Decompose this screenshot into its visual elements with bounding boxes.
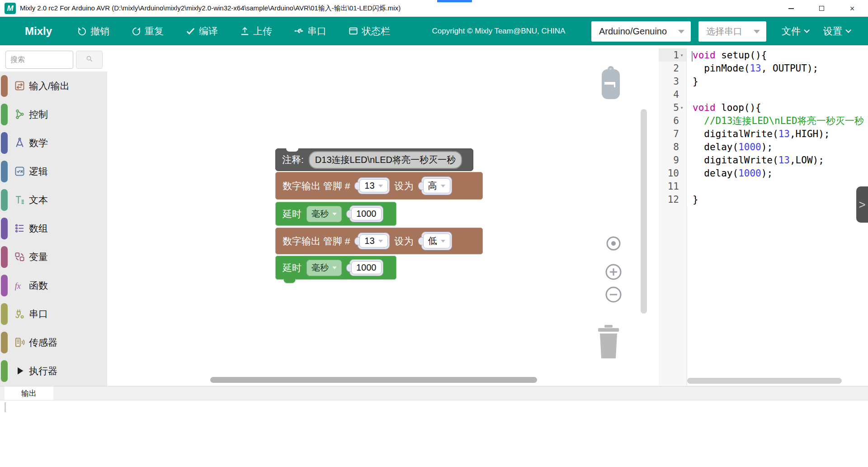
- code-text: void loop(){: [687, 102, 761, 113]
- sidebar-item-function[interactable]: fx函数: [0, 271, 107, 300]
- compile-label: 编译: [199, 25, 218, 38]
- copyright-text: Copyright © Mixly Team@BNU, CHINA: [426, 27, 571, 36]
- redo-button[interactable]: 重复: [131, 25, 164, 38]
- delay-label: 延时: [283, 208, 302, 220]
- delay-value-text: 1000: [356, 209, 377, 219]
- block-notch: [286, 148, 298, 152]
- sidebar-item-actuator[interactable]: 执行器: [0, 357, 107, 385]
- maximize-button[interactable]: [811, 0, 832, 17]
- value-dropdown[interactable]: 高: [423, 178, 450, 193]
- pin-dropdown[interactable]: 13: [359, 234, 387, 248]
- code-editor[interactable]: 1▾void setup(){2 pinMode(13, OUTPUT);3}4…: [659, 45, 868, 386]
- digital-write-block-low[interactable]: 数字输出 管脚 # 13 设为 低: [275, 228, 483, 254]
- statusbar-button[interactable]: 状态栏: [348, 25, 390, 38]
- chevron-down-icon: [378, 240, 383, 243]
- output-panel: [0, 400, 868, 467]
- backpack-icon[interactable]: [598, 62, 624, 106]
- sidebar-item-math[interactable]: 数学: [0, 129, 107, 157]
- compile-button[interactable]: 编译: [185, 25, 218, 38]
- category-color-strip: [1, 360, 8, 382]
- comment-text-field[interactable]: D13连接LED\nLED将亮一秒灭一秒: [309, 151, 462, 169]
- value-socket: 高: [421, 176, 452, 195]
- usb-icon: [294, 26, 304, 36]
- sidebar-item-io[interactable]: 输入/输出: [0, 71, 107, 100]
- fold-arrow-icon[interactable]: ▾: [679, 105, 684, 111]
- line-number: 6: [659, 114, 687, 127]
- line-number: 7: [659, 127, 687, 140]
- sidebar-item-label: 数学: [29, 137, 48, 149]
- delay-value-text: 1000: [356, 262, 377, 273]
- title-activity-strip: [437, 0, 472, 2]
- expand-panel-button[interactable]: >: [856, 186, 868, 223]
- sidebar-item-array[interactable]: 数组: [0, 214, 107, 243]
- category-color-strip: [1, 104, 8, 125]
- code-text: }: [687, 194, 698, 205]
- close-button[interactable]: ×: [842, 0, 863, 17]
- control-icon: [14, 108, 26, 120]
- delay-value-field[interactable]: 1000: [351, 207, 382, 220]
- line-number: 12: [659, 193, 687, 206]
- delay-block-1[interactable]: 延时 毫秒 1000: [275, 202, 396, 226]
- menu-file[interactable]: 文件: [782, 17, 808, 45]
- chevron-down-icon: [678, 30, 684, 33]
- upload-button[interactable]: 上传: [240, 25, 272, 38]
- delay-block-2[interactable]: 延时 毫秒 1000: [275, 256, 396, 280]
- minimize-button[interactable]: [781, 0, 802, 17]
- sidebar-item-control[interactable]: 控制: [0, 100, 107, 129]
- code-line: 2 pinMode(13, OUTPUT);: [659, 62, 868, 75]
- chevron-down-icon: [845, 27, 851, 33]
- code-horizontal-scrollbar[interactable]: [687, 378, 842, 384]
- output-tabbar: 输出: [0, 386, 868, 400]
- delay-unit-dropdown[interactable]: 毫秒: [307, 206, 342, 222]
- svg-text:fx: fx: [15, 281, 21, 291]
- statusbar-icon: [348, 26, 359, 36]
- delay-value-socket: 1000: [349, 259, 383, 276]
- menu-settings[interactable]: 设置: [823, 17, 849, 45]
- main-toolbar: Mixly 撤销重复编译上传串口状态栏 Copyright © Mixly Te…: [0, 17, 868, 45]
- trash-icon[interactable]: [595, 325, 622, 358]
- sidebar-item-text[interactable]: 文本: [0, 186, 107, 214]
- chevron-down-icon: [804, 27, 810, 33]
- delay-unit-dropdown[interactable]: 毫秒: [307, 260, 342, 276]
- line-number: 9: [659, 153, 687, 167]
- delay-value-field[interactable]: 1000: [351, 261, 382, 274]
- fold-arrow-icon[interactable]: ▾: [679, 52, 684, 58]
- serial-button[interactable]: 串口: [294, 25, 326, 38]
- sidebar-item-label: 控制: [29, 108, 48, 121]
- comment-block[interactable]: 注释: D13连接LED\nLED将亮一秒灭一秒: [275, 148, 473, 171]
- io-icon: [14, 80, 26, 92]
- undo-button[interactable]: 撤销: [77, 25, 109, 38]
- value-dropdown[interactable]: 低: [423, 234, 450, 248]
- sidebar-item-sensor[interactable]: 传感器: [0, 328, 107, 357]
- category-color-strip: [1, 132, 8, 154]
- search-button[interactable]: [76, 51, 103, 69]
- code-text: //D13连接LED\nLED将亮一秒灭一秒: [687, 114, 864, 127]
- statusbar-label: 状态栏: [362, 25, 390, 38]
- pin-socket: 13: [358, 177, 389, 194]
- sidebar-item-variable[interactable]: 变量: [0, 243, 107, 271]
- code-gutter: [659, 206, 687, 386]
- code-text: digitalWrite(13,LOW);: [687, 155, 824, 166]
- sidebar-item-label: 传感器: [29, 336, 57, 349]
- pin-dropdown[interactable]: 13: [359, 179, 387, 192]
- logic-icon: [14, 165, 26, 177]
- output-cursor: [5, 402, 6, 412]
- digital-write-block-high[interactable]: 数字输出 管脚 # 13 设为 高: [275, 172, 483, 200]
- comment-block-label: 注释:: [282, 153, 304, 166]
- chevron-down-icon: [754, 30, 760, 33]
- zoom-reset-icon[interactable]: [604, 234, 623, 253]
- category-color-strip: [1, 246, 8, 268]
- blockly-workspace[interactable]: 注释: D13连接LED\nLED将亮一秒灭一秒 数字输出 管脚 # 13 设为…: [107, 45, 641, 386]
- canvas-horizontal-scrollbar[interactable]: [210, 377, 537, 383]
- tab-output[interactable]: 输出: [5, 386, 53, 400]
- search-input[interactable]: [5, 51, 73, 69]
- zoom-in-icon[interactable]: [605, 263, 622, 281]
- block-category-list: 输入/输出控制数学逻辑文本数组变量fx函数串口传感器执行器: [0, 71, 107, 386]
- port-select[interactable]: 选择串口: [698, 21, 766, 42]
- board-select[interactable]: Arduino/Genuino: [591, 21, 691, 42]
- sidebar-item-serial[interactable]: 串口: [0, 300, 107, 328]
- zoom-out-icon[interactable]: [605, 286, 622, 303]
- canvas-vertical-scrollbar[interactable]: [641, 109, 647, 314]
- sidebar-item-logic[interactable]: 逻辑: [0, 157, 107, 186]
- digital-write-label: 数字输出 管脚 #: [283, 180, 350, 192]
